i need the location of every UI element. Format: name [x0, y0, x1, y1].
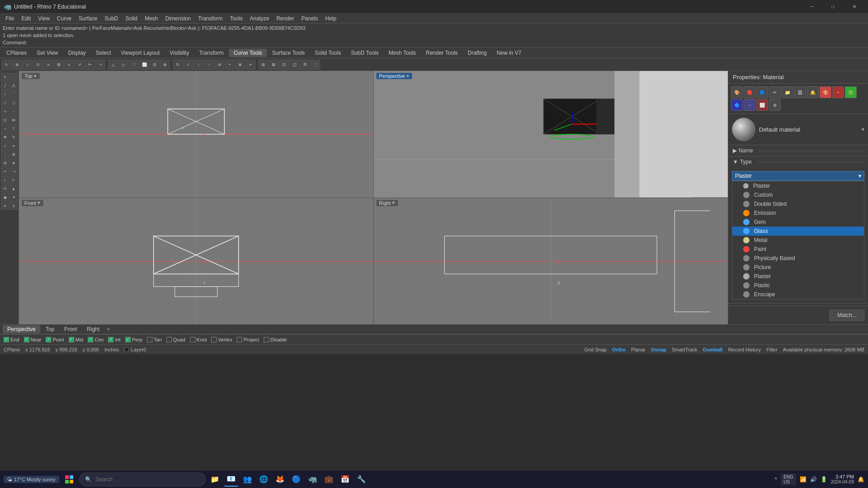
- tab-subd-tools[interactable]: SubD Tools: [346, 49, 383, 57]
- lt-layer[interactable]: ≡: [1, 202, 9, 210]
- viewport-label-right[interactable]: Right ▼: [376, 200, 398, 206]
- menu-surface[interactable]: Surface: [75, 14, 101, 23]
- props-icon-pen[interactable]: ✏: [769, 86, 781, 98]
- osnap-quad[interactable]: Quad: [166, 337, 185, 342]
- viewport-right[interactable]: Right ▼: [374, 198, 728, 325]
- tab-display[interactable]: Display: [64, 49, 90, 57]
- tb-icon-2[interactable]: ⊕: [12, 60, 22, 70]
- menu-subd[interactable]: SubD: [101, 14, 122, 23]
- tb-icon-25[interactable]: ⊞: [258, 60, 268, 70]
- menu-file[interactable]: File: [2, 14, 18, 23]
- tb-icon-30[interactable]: ⬚: [310, 60, 320, 70]
- lt-move[interactable]: ✥: [1, 133, 9, 141]
- tb-icon-17[interactable]: ↻: [173, 60, 183, 70]
- osnap-int-cb[interactable]: ✓: [108, 337, 114, 342]
- tb-icon-10[interactable]: ⊣: [95, 60, 105, 70]
- lt-arc[interactable]: ⌒: [9, 90, 18, 98]
- vp-tab-top[interactable]: Top: [41, 325, 59, 333]
- osnap-project-cb[interactable]: [237, 337, 242, 342]
- menu-analyze[interactable]: Analyze: [246, 14, 273, 23]
- tb-icon-8[interactable]: ↗: [75, 60, 85, 70]
- mat-item-plaster-top[interactable]: Plaster: [732, 181, 864, 190]
- viewport-perspective[interactable]: Perspective ▼: [374, 71, 728, 198]
- mat-item-enscape[interactable]: Enscape: [732, 290, 864, 299]
- type-dropdown-arrow[interactable]: ▾: [859, 173, 861, 179]
- mat-item-picture[interactable]: Picture: [732, 263, 864, 272]
- tb-icon-7[interactable]: ∿: [64, 60, 74, 70]
- menu-transform[interactable]: Transform: [194, 14, 226, 23]
- osnap-knot-cb[interactable]: [190, 337, 195, 342]
- osnap-mid[interactable]: ✓ Mid: [69, 337, 84, 342]
- mat-item-glass[interactable]: Glass: [732, 227, 864, 236]
- osnap-disable-cb[interactable]: [264, 337, 269, 342]
- viewport-label-perspective[interactable]: Perspective ▼: [376, 73, 412, 79]
- menu-tools[interactable]: Tools: [226, 14, 246, 23]
- props-icon-sphere[interactable]: ○: [744, 99, 755, 111]
- osnap-point-cb[interactable]: ✓: [46, 337, 51, 342]
- lt-group[interactable]: ⊞: [9, 150, 18, 158]
- props-icon-green[interactable]: 🟢: [845, 86, 857, 98]
- menu-help[interactable]: Help: [322, 14, 340, 23]
- osnap-near-cb[interactable]: ✓: [24, 337, 29, 342]
- tb-icon-23[interactable]: ⊗: [235, 60, 245, 70]
- type-select-button[interactable]: Plaster ▾: [732, 171, 864, 181]
- props-icon-folder[interactable]: 📁: [782, 86, 793, 98]
- tab-solid-tools[interactable]: Solid Tools: [310, 49, 346, 57]
- osnap-disable[interactable]: Disable: [264, 337, 287, 342]
- mat-item-custom[interactable]: Custom: [732, 190, 864, 199]
- props-icon-image[interactable]: 🖼: [794, 86, 806, 98]
- props-icon-extra[interactable]: ⊕: [769, 99, 781, 111]
- tb-icon-4[interactable]: ⊙: [33, 60, 43, 70]
- lt-chamfer[interactable]: ◸: [9, 176, 18, 184]
- vp-top-arrow[interactable]: ▼: [33, 74, 37, 78]
- menu-view[interactable]: View: [34, 14, 53, 23]
- tb-icon-20[interactable]: →: [204, 60, 214, 70]
- lt-point[interactable]: ·: [9, 73, 18, 81]
- taskbar-mail[interactable]: 📧: [224, 472, 238, 487]
- close-button[interactable]: ✕: [844, 0, 864, 14]
- menu-panels[interactable]: Panels: [298, 14, 322, 23]
- lt-light[interactable]: ☀: [9, 193, 18, 201]
- lt-render[interactable]: ◉: [1, 193, 9, 201]
- lt-dim[interactable]: ↔: [1, 124, 9, 133]
- tab-render-tools[interactable]: Render Tools: [422, 49, 463, 57]
- lt-rotate[interactable]: ↻: [9, 133, 18, 141]
- props-icon-color[interactable]: 🎨: [731, 86, 743, 98]
- tab-curve-tools[interactable]: Curve Tools: [229, 49, 266, 57]
- osnap-quad-cb[interactable]: [166, 337, 172, 342]
- props-icon-cube[interactable]: ⬜: [756, 99, 768, 111]
- tab-mesh-tools[interactable]: Mesh Tools: [384, 49, 420, 57]
- match-button[interactable]: Match...: [830, 310, 864, 321]
- taskbar-browser2[interactable]: 🦊: [273, 472, 287, 487]
- status-ortho[interactable]: Ortho: [612, 347, 626, 352]
- status-smart-track[interactable]: SmartTrack: [672, 347, 697, 352]
- tb-icon-9[interactable]: ⊢: [85, 60, 95, 70]
- tb-icon-26[interactable]: ⊠: [269, 60, 279, 70]
- status-record-history[interactable]: Record History: [728, 347, 761, 352]
- mat-item-emission[interactable]: Emission: [732, 208, 864, 218]
- tray-wifi[interactable]: 📶: [800, 476, 806, 483]
- taskbar-search-input[interactable]: [95, 476, 200, 483]
- lt-surface[interactable]: ◫: [1, 116, 9, 124]
- material-expand[interactable]: ▾: [862, 126, 864, 133]
- menu-solid[interactable]: Solid: [122, 14, 141, 23]
- tab-transform[interactable]: Transform: [194, 49, 228, 57]
- taskbar-extra[interactable]: 🔧: [354, 472, 369, 487]
- viewport-top[interactable]: Top ▼ x y: [19, 71, 373, 198]
- vp-right-arrow[interactable]: ▼: [392, 201, 395, 205]
- taskbar-teams2[interactable]: 💼: [322, 472, 336, 487]
- tb-icon-13[interactable]: □: [129, 60, 139, 70]
- minimize-button[interactable]: ─: [802, 0, 822, 14]
- props-icon-texture[interactable]: 🔵: [756, 86, 768, 98]
- lt-select[interactable]: ↖: [1, 73, 9, 81]
- vp-tab-front[interactable]: Front: [60, 325, 81, 333]
- lt-boolean[interactable]: ⊓: [1, 185, 9, 193]
- vp-tab-right[interactable]: Right: [82, 325, 104, 333]
- tab-new-in-v7[interactable]: New in V7: [492, 49, 526, 57]
- lt-split[interactable]: ⊟: [1, 159, 9, 167]
- mat-item-plaster[interactable]: Plaster: [732, 272, 864, 281]
- tray-expand[interactable]: ^: [775, 476, 778, 483]
- lt-rect[interactable]: □: [1, 99, 9, 107]
- status-planar[interactable]: Planar: [631, 347, 645, 352]
- lt-scale[interactable]: ⤢: [1, 142, 9, 150]
